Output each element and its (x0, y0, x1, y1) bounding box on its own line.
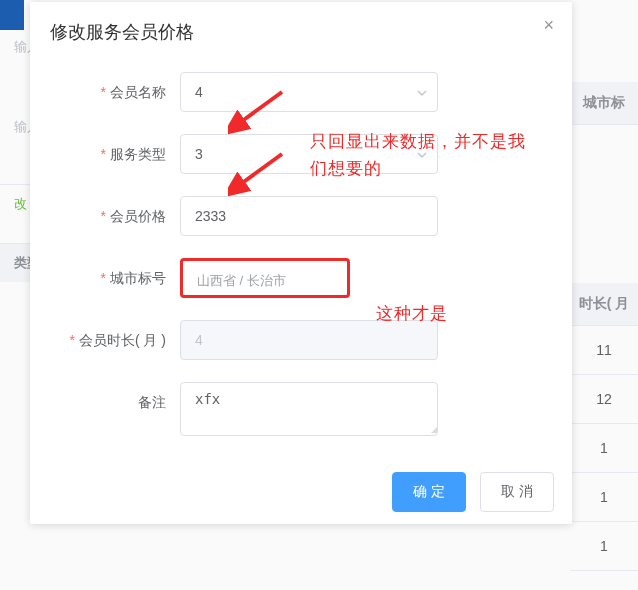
select-member-name-value: 4 (195, 84, 203, 100)
close-icon[interactable]: × (543, 16, 554, 34)
form-item-remark: 备注 xfx (60, 382, 542, 436)
select-member-name[interactable]: 4 (180, 72, 438, 112)
edit-price-dialog: 修改服务会员价格 × 会员名称 4 服务类型 3 (30, 2, 572, 524)
input-member-price[interactable] (180, 196, 438, 236)
dialog-header: 修改服务会员价格 × (30, 2, 572, 52)
form-item-member-name: 会员名称 4 (60, 72, 542, 112)
form-item-service-type: 服务类型 3 (60, 134, 542, 174)
label-service-type: 服务类型 (60, 134, 180, 174)
dialog-title: 修改服务会员价格 (50, 22, 194, 42)
ok-button[interactable]: 确 定 (392, 472, 466, 512)
label-member-price: 会员价格 (60, 196, 180, 236)
label-city-code: 城市标号 (60, 258, 180, 298)
cascader-city-code[interactable]: 山西省 / 长治市 (180, 258, 350, 298)
cancel-button[interactable]: 取 消 (480, 472, 554, 512)
form-item-city-code: 城市标号 山西省 / 长治市 (60, 258, 542, 298)
label-member-duration: 会员时长( 月 ) (60, 320, 180, 360)
dialog-footer: 确 定 取 消 (30, 464, 572, 516)
form-item-member-price: 会员价格 (60, 196, 542, 236)
input-member-duration (180, 320, 438, 360)
dialog-form: 会员名称 4 服务类型 3 (30, 52, 572, 464)
select-service-type[interactable]: 3 (180, 134, 438, 174)
select-service-type-value: 3 (195, 146, 203, 162)
chevron-down-icon (417, 135, 427, 173)
textarea-remark[interactable]: xfx (180, 382, 438, 436)
form-item-member-duration: 会员时长( 月 ) (60, 320, 542, 360)
resize-handle-icon[interactable] (431, 427, 437, 433)
chevron-down-icon (417, 73, 427, 111)
label-member-name: 会员名称 (60, 72, 180, 112)
cascader-city-value: 山西省 / 长治市 (197, 273, 286, 288)
label-remark: 备注 (60, 382, 180, 422)
